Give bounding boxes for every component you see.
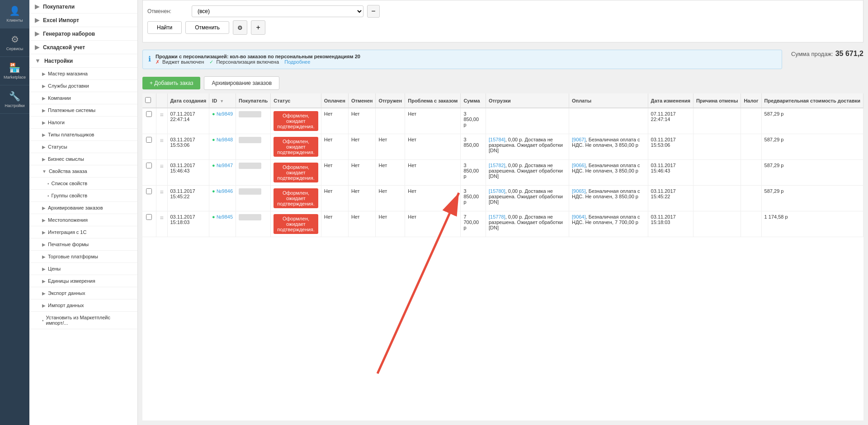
archive-orders-button[interactable]: Архивирование заказов — [204, 76, 279, 90]
order-link[interactable]: №9847 — [217, 163, 233, 168]
select-all-checkbox[interactable] — [145, 97, 151, 103]
col-buyer[interactable]: Покупатель — [236, 93, 271, 108]
col-problem[interactable]: Проблема с заказом — [405, 93, 461, 108]
row-handle-icon[interactable]: ≡ — [160, 137, 163, 144]
sidebar-item-marketplace[interactable]: 🏪 Marketplace — [0, 57, 29, 85]
order-link[interactable]: №9849 — [217, 111, 233, 117]
find-button[interactable]: Найти — [147, 21, 182, 34]
col-tax[interactable]: Налог — [741, 93, 761, 108]
nav-item-settings-main[interactable]: ▼ Настройки — [29, 54, 137, 68]
row-sum: 7 700,00 р — [461, 211, 486, 237]
col-shipments[interactable]: Отгрузки — [486, 93, 569, 108]
nav-item-1c[interactable]: ▶ Интеграция с 1С — [29, 226, 137, 238]
nav-item-trade-platforms[interactable]: ▶ Торговые платформы — [29, 251, 137, 263]
row-tax — [741, 160, 761, 186]
excel-nav-icon: ▶ — [35, 17, 39, 23]
order-link[interactable]: №9846 — [217, 188, 233, 194]
nav-item-prop-groups[interactable]: ▪ Группы свойств — [29, 190, 137, 202]
sidebar-item-services[interactable]: ⚙ Сервисы — [0, 28, 29, 57]
nav-item-taxes[interactable]: ▶ Налоги — [29, 117, 137, 129]
col-cancelled[interactable]: Отменен — [348, 93, 376, 108]
gear-button[interactable]: ⚙ — [233, 20, 247, 35]
row-checkbox[interactable] — [146, 188, 152, 194]
cancelled-select[interactable]: (все) — [192, 5, 363, 17]
col-cancel-reason[interactable]: Причина отмены — [693, 93, 741, 108]
payment-link[interactable]: [9067] — [572, 137, 586, 142]
nav-item-companies[interactable]: ▶ Компании — [29, 92, 137, 104]
shipment-link[interactable]: [15782] — [489, 163, 505, 168]
nav-label-delivery: Службы доставки — [48, 83, 89, 89]
nav-item-warehouse[interactable]: ▶ Складской учет — [29, 41, 137, 54]
row-handle-icon[interactable]: ≡ — [160, 188, 163, 196]
payment-link[interactable]: [9066] — [572, 163, 586, 168]
col-status[interactable]: Статус — [271, 93, 321, 108]
row-checkbox[interactable] — [146, 214, 152, 220]
sales-summary: Сумма продаж: 35 671,2 — [791, 46, 863, 61]
nav-label-archive-orders: Архивирование заказов — [48, 205, 103, 210]
payment-link[interactable]: [9065] — [572, 188, 586, 194]
nav-item-excel[interactable]: ▶ Excel Импорт — [29, 14, 137, 27]
col-change-date[interactable]: Дата изменения — [648, 93, 693, 108]
row-change-date: 03.11.201715:53:06 — [648, 134, 693, 160]
more-link[interactable]: Подробнее — [284, 59, 310, 65]
col-paid[interactable]: Оплачен — [321, 93, 348, 108]
nav-item-units[interactable]: ▶ Единицы измерения — [29, 275, 137, 287]
col-date[interactable]: Дата создания — [167, 93, 209, 108]
nav-item-props-list[interactable]: ▪ Список свойств — [29, 177, 137, 190]
col-id[interactable]: ID ▼ — [209, 93, 236, 108]
nav-item-archive-orders[interactable]: ▶ Архивирование заказов — [29, 202, 137, 214]
order-link[interactable]: №9848 — [217, 137, 233, 142]
cancel-filter-button[interactable]: Отменить — [185, 21, 229, 34]
col-delivery-cost[interactable]: Предварительная стоимость доставки — [761, 93, 863, 108]
col-handle — [156, 93, 167, 108]
nav-item-business-meanings[interactable]: ▶ Бизнес смыслы — [29, 153, 137, 165]
widget-off-text: Виджет выключен — [162, 59, 204, 65]
sidebar-item-clients[interactable]: 👤 Клиенты — [0, 0, 29, 28]
row-cancel-reason — [693, 186, 741, 211]
shipment-link[interactable]: [15780] — [489, 188, 505, 194]
nav-item-marketplace-import[interactable]: ▪ Установить из Маркетплейс импорт/... — [29, 312, 137, 329]
nav-item-import[interactable]: ▶ Импорт данных — [29, 299, 137, 312]
cancelled-label: Отменен: — [147, 8, 188, 14]
shipment-link[interactable]: [15784] — [489, 137, 505, 142]
shipment-link[interactable]: [15778] — [489, 214, 505, 220]
nav-item-payer-types[interactable]: ▶ Типы плательщиков — [29, 129, 137, 141]
row-sum: 3 850,00 р — [461, 186, 486, 211]
nav-item-print-forms[interactable]: ▶ Печатные формы — [29, 238, 137, 251]
row-tax — [741, 211, 761, 237]
status-badge: Оформлен,ожидаетподтверждения. — [274, 188, 318, 208]
col-sum[interactable]: Сумма — [461, 93, 486, 108]
row-tax — [741, 134, 761, 160]
col-shipped[interactable]: Отгружен — [376, 93, 405, 108]
row-handle-icon[interactable]: ≡ — [160, 111, 163, 118]
nav-item-order-props[interactable]: ▼ Свойства заказа — [29, 165, 137, 177]
row-checkbox[interactable] — [146, 111, 152, 117]
row-checkbox-cell — [142, 211, 156, 237]
nav-item-export[interactable]: ▶ Экспорт данных — [29, 287, 137, 299]
nav-item-generator[interactable]: ▶ Генератор наборов — [29, 27, 137, 41]
status-badge: Оформлен,ожидаетподтверждения. — [274, 111, 318, 131]
nav-item-delivery[interactable]: ▶ Службы доставки — [29, 80, 137, 92]
status-badge: Оформлен,ожидаетподтверждения. — [274, 214, 318, 234]
row-date: 03.11.201715:45:22 — [167, 186, 209, 211]
col-payments[interactable]: Оплаты — [569, 93, 648, 108]
nav-item-shop-wizard[interactable]: ▶ Мастер магазина — [29, 68, 137, 80]
row-handle-icon[interactable]: ≡ — [160, 214, 163, 221]
row-checkbox[interactable] — [146, 163, 152, 168]
nav-item-payment-systems[interactable]: ▶ Платежные системы — [29, 104, 137, 117]
nav-label-excel: Excel Импорт — [43, 17, 79, 23]
nav-item-buyers[interactable]: ▶ Покупатели — [29, 0, 137, 14]
nav-item-locations[interactable]: ▶ Местоположения — [29, 214, 137, 226]
add-order-button[interactable]: + Добавить заказ — [142, 77, 200, 89]
row-problem: Нет — [405, 186, 461, 211]
row-handle-icon[interactable]: ≡ — [160, 163, 163, 170]
add-filter-button[interactable]: + — [251, 20, 265, 35]
green-dot-icon: ● — [212, 137, 215, 142]
payment-link[interactable]: [9064] — [572, 214, 586, 220]
nav-item-statuses[interactable]: ▶ Статусы — [29, 141, 137, 153]
order-link[interactable]: №9845 — [217, 214, 233, 220]
row-checkbox[interactable] — [146, 137, 152, 143]
filter-remove-button[interactable]: − — [367, 5, 380, 18]
nav-item-prices[interactable]: ▶ Цены — [29, 263, 137, 275]
sidebar-item-settings[interactable]: 🔧 Настройки — [0, 85, 29, 114]
